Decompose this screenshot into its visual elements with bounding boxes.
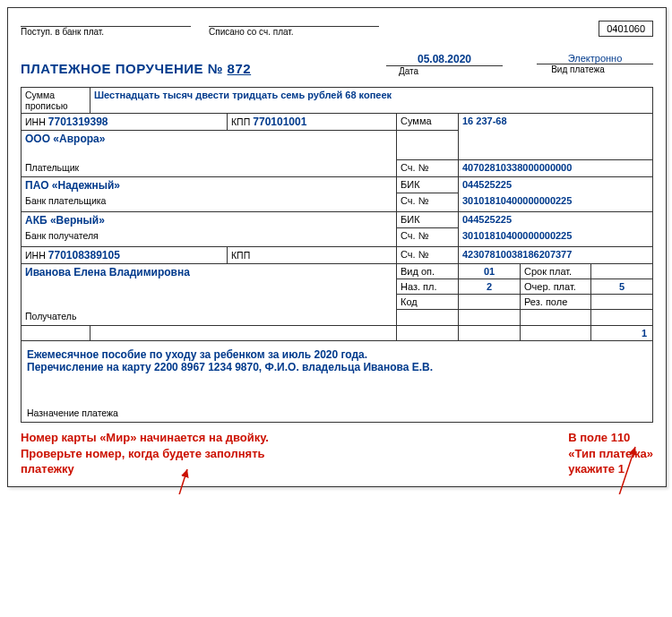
payer-bank-name: ПАО «Надежный» [22,176,397,193]
doc-number: 872 [228,61,263,76]
top-row: Поступ. в банк плат. Списано со сч. плат… [8,8,666,37]
payer-inn: ИНН 7701319398 [22,114,228,131]
doc-title: ПЛАТЕЖНОЕ ПОРУЧЕНИЕ № 872 [21,61,263,76]
payment-order-form: Поступ. в банк плат. Списано со сч. плат… [7,7,667,487]
purpose-block: Ежемесячное пособие по уходу за ребенком… [21,341,653,423]
payment-type-box: Электронно Вид платежа [503,53,653,76]
ocher: 5 [591,279,653,294]
payer-acc: 40702810338000000000 [459,160,653,177]
vid-op: 01 [459,263,521,279]
postup-label: Поступ. в банк плат. [21,27,209,37]
notes: Номер карты «Мир» начинается на двойку. … [8,423,666,486]
payer-sect: Плательщик [25,162,79,173]
recip-bank-name: АКБ «Верный» [22,211,397,228]
recip-bank-sect: Банк получателя [25,230,99,241]
form-code: 0401060 [599,21,653,37]
naz-pl: 2 [459,279,521,294]
spisano-field: Списано со сч. плат. [209,25,397,37]
recipient-name-cell: Иванова Елена Владимировна [22,263,397,309]
purpose-line1: Ежемесячное пособие по уходу за ребенком… [27,348,647,361]
field-110: 1 [591,326,653,341]
purpose-lbl: Назначение платежа [27,373,647,418]
postup-field: Поступ. в банк плат. [21,25,209,37]
sum-words-lbl: Сумма прописью [22,88,90,114]
payer-bank-bik: 044525225 [459,176,653,193]
recip-acc-lbl: Сч. № [397,246,459,263]
payer-bank-acc: 30101810400000000225 [459,193,653,212]
recip-bank-bik: 044525225 [459,211,653,228]
main-grid: Сумма прописью Шестнадцать тысяч двести … [21,87,653,341]
title-row: ПЛАТЕЖНОЕ ПОРУЧЕНИЕ № 872 05.08.2020 Дат… [8,37,666,78]
recip-kpp: КПП [228,246,397,263]
sum-words: Шестнадцать тысяч двести тридцать семь р… [90,88,653,114]
payer-acc-lbl: Сч. № [397,160,459,177]
recip-sect: Получатель [25,311,76,321]
date-box: 05.08.2020 Дата [314,53,503,76]
note-left: Номер карты «Мир» начинается на двойку. … [21,430,269,477]
spisano-label: Списано со сч. плат. [209,27,397,37]
purpose-line2: Перечисление на карту 2200 8967 1234 987… [27,361,647,373]
sum-lbl: Сумма [397,114,459,131]
note-right: В поле 110 «Тип платежа» укажите 1 [568,430,653,477]
recip-acc: 42307810038186207377 [459,246,653,263]
payer-bank-sect: Банк плательщика [25,195,106,206]
sum-value: 16 237-68 [459,114,653,131]
recip-bank-acc: 30101810400000000225 [459,228,653,247]
recip-inn: ИНН 770108389105 [22,246,228,263]
payer-name-cell: ООО «Аврора» [22,131,397,160]
payer-kpp: КПП 770101001 [228,114,397,131]
